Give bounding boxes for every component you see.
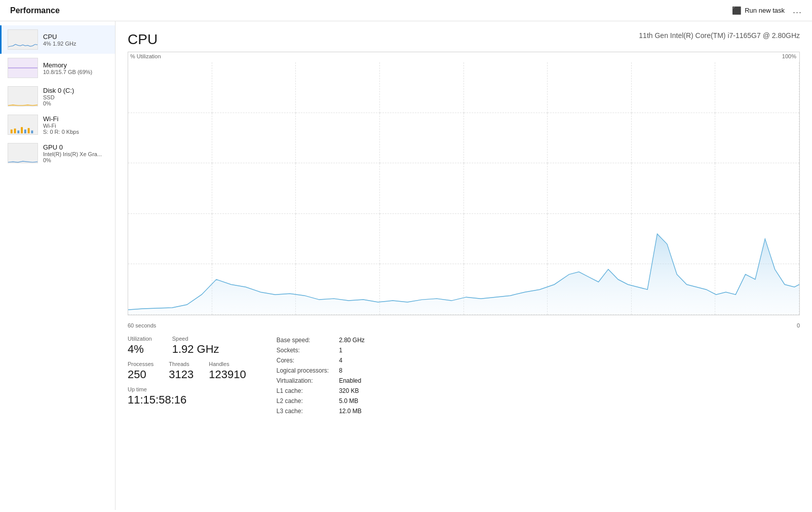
cpu-sidebar-name: CPU xyxy=(43,33,76,41)
chart-y-max: 100% xyxy=(782,53,796,59)
threads-label: Threads xyxy=(169,361,194,367)
svg-rect-6 xyxy=(28,128,30,133)
run-new-task-button[interactable]: ⬛ Run new task xyxy=(732,6,785,15)
speed-value: 1.92 GHz xyxy=(172,343,219,356)
wifi-thumbnail xyxy=(8,115,38,135)
disk-thumbnail xyxy=(8,86,38,106)
page-title: Performance xyxy=(10,6,60,15)
sockets-label: Sockets: xyxy=(277,346,329,355)
gpu-sidebar-info: GPU 0 Intel(R) Iris(R) Xe Gra... 0% xyxy=(43,143,102,163)
wifi-sidebar-detail2: S: 0 R: 0 Kbps xyxy=(43,129,79,135)
run-new-task-label: Run new task xyxy=(745,7,785,14)
header: Performance ⬛ Run new task ... xyxy=(0,0,812,21)
l2-cache-label: L2 cache: xyxy=(277,396,329,406)
handles-label: Handles xyxy=(209,361,246,367)
processes-stat: Processes 250 xyxy=(128,361,153,381)
sidebar-item-disk[interactable]: Disk 0 (C:) SSD 0% xyxy=(0,82,115,111)
processes-value: 250 xyxy=(128,368,153,381)
utilization-speed-row: Utilization 4% Speed 1.92 GHz xyxy=(128,336,246,356)
wifi-sidebar-info: Wi-Fi Wi-Fi S: 0 R: 0 Kbps xyxy=(43,115,79,135)
virtualization-value: Enabled xyxy=(339,376,365,385)
memory-sidebar-info: Memory 10.8/15.7 GB (69%) xyxy=(43,61,92,75)
uptime-label: Up time xyxy=(128,386,246,392)
more-options-button[interactable]: ... xyxy=(793,5,802,16)
speed-stat: Speed 1.92 GHz xyxy=(172,336,219,356)
disk-sidebar-detail1: SSD xyxy=(43,94,74,100)
run-new-task-icon: ⬛ xyxy=(732,6,742,15)
handles-value: 123910 xyxy=(209,368,246,381)
logical-processors-label: Logical processors: xyxy=(277,366,329,375)
chart-y-label: % Utilization xyxy=(130,53,161,59)
cpu-utilization-chart: % Utilization 100% (function(){ const gr… xyxy=(128,52,800,315)
wifi-sidebar-name: Wi-Fi xyxy=(43,115,79,123)
base-speed-label: Base speed: xyxy=(277,336,329,345)
content-header: CPU 11th Gen Intel(R) Core(TM) i7-1165G7… xyxy=(128,31,800,48)
chart-x-start: 60 seconds xyxy=(128,322,156,328)
chart-svg xyxy=(128,62,799,315)
uptime-value: 11:15:58:16 xyxy=(128,393,246,407)
l3-cache-value: 12.0 MB xyxy=(339,407,365,416)
cpu-stats-left: Utilization 4% Speed 1.92 GHz Processes … xyxy=(128,336,246,407)
svg-rect-4 xyxy=(21,127,23,133)
chart-svg-area xyxy=(128,62,799,315)
sidebar-item-memory[interactable]: Memory 10.8/15.7 GB (69%) xyxy=(0,54,115,82)
cpu-specs-table: Base speed: 2.80 GHz Sockets: 1 Cores: 4… xyxy=(277,336,365,416)
handles-stat: Handles 123910 xyxy=(209,361,246,381)
cores-value: 4 xyxy=(339,356,365,365)
utilization-value: 4% xyxy=(128,343,152,356)
content-title: CPU xyxy=(128,31,158,48)
logical-processors-value: 8 xyxy=(339,366,365,375)
utilization-stat: Utilization 4% xyxy=(128,336,152,356)
disk-sidebar-detail2: 0% xyxy=(43,100,74,106)
cores-label: Cores: xyxy=(277,356,329,365)
l1-cache-value: 320 KB xyxy=(339,386,365,395)
threads-stat: Threads 3123 xyxy=(169,361,194,381)
memory-thumbnail xyxy=(8,58,38,78)
virtualization-label: Virtualization: xyxy=(277,376,329,385)
sockets-value: 1 xyxy=(339,346,365,355)
base-speed-value: 2.80 GHz xyxy=(339,336,365,345)
wifi-sidebar-detail1: Wi-Fi xyxy=(43,123,79,129)
disk-sidebar-name: Disk 0 (C:) xyxy=(43,87,74,94)
cpu-detail-panel: CPU 11th Gen Intel(R) Core(TM) i7-1165G7… xyxy=(115,21,812,510)
chart-x-labels: 60 seconds 0 xyxy=(128,320,800,331)
svg-rect-2 xyxy=(14,129,16,134)
sidebar-item-cpu[interactable]: CPU 4% 1.92 GHz xyxy=(0,25,115,54)
svg-rect-5 xyxy=(24,130,26,134)
sidebar-item-wifi[interactable]: Wi-Fi Wi-Fi S: 0 R: 0 Kbps xyxy=(0,111,115,139)
svg-rect-3 xyxy=(17,130,19,133)
memory-sidebar-name: Memory xyxy=(43,61,92,69)
l2-cache-value: 5.0 MB xyxy=(339,396,365,406)
cpu-sidebar-detail: 4% 1.92 GHz xyxy=(43,41,76,47)
l3-cache-label: L3 cache: xyxy=(277,407,329,416)
sidebar: CPU 4% 1.92 GHz Memory 10.8/15.7 GB (69%… xyxy=(0,21,115,510)
uptime-stat: Up time 11:15:58:16 xyxy=(128,386,246,407)
cpu-thumbnail xyxy=(8,29,38,50)
chart-x-end: 0 xyxy=(797,322,800,328)
utilization-label: Utilization xyxy=(128,336,152,342)
svg-marker-8 xyxy=(128,234,799,315)
header-actions: ⬛ Run new task ... xyxy=(732,5,802,16)
speed-label: Speed xyxy=(172,336,219,342)
cpu-model-name: 11th Gen Intel(R) Core(TM) i7-1165G7 @ 2… xyxy=(639,31,800,40)
svg-rect-7 xyxy=(31,130,33,133)
disk-sidebar-info: Disk 0 (C:) SSD 0% xyxy=(43,87,74,106)
gpu-sidebar-name: GPU 0 xyxy=(43,143,102,151)
gpu-sidebar-detail2: 0% xyxy=(43,157,102,163)
cpu-sidebar-info: CPU 4% 1.92 GHz xyxy=(43,33,76,47)
threads-value: 3123 xyxy=(169,368,194,381)
processes-threads-handles-row: Processes 250 Threads 3123 Handles 12391… xyxy=(128,361,246,381)
sidebar-item-gpu[interactable]: GPU 0 Intel(R) Iris(R) Xe Gra... 0% xyxy=(0,139,115,167)
l1-cache-label: L1 cache: xyxy=(277,386,329,395)
gpu-thumbnail xyxy=(8,143,38,163)
gpu-sidebar-detail1: Intel(R) Iris(R) Xe Gra... xyxy=(43,151,102,157)
main-layout: CPU 4% 1.92 GHz Memory 10.8/15.7 GB (69%… xyxy=(0,21,812,510)
svg-rect-1 xyxy=(11,130,13,134)
memory-sidebar-detail: 10.8/15.7 GB (69%) xyxy=(43,69,92,75)
processes-label: Processes xyxy=(128,361,153,367)
